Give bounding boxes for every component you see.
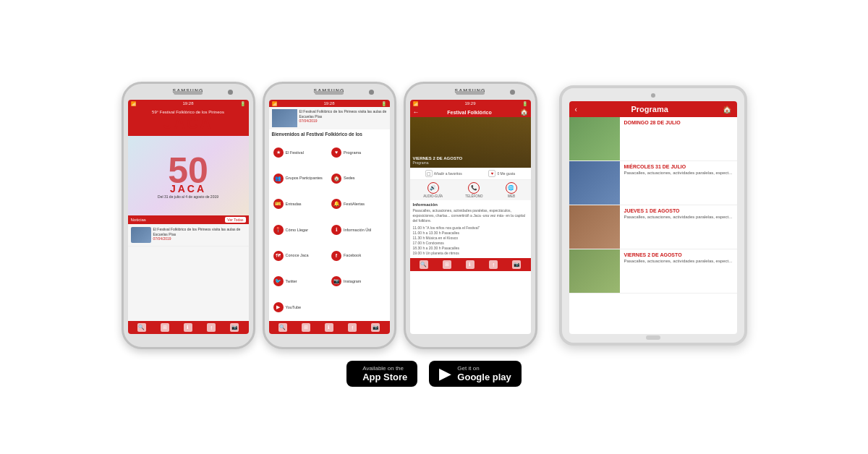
phone3-contact-bar: 🔊 AUDIO-GUÍA 📞 TELÉFONO 🌐 WEB [410,180,531,200]
phone-btn[interactable]: 📞 TELÉFONO [465,182,482,198]
nav2-instagram-icon[interactable]: 📷 [371,323,380,332]
nav2-home-icon[interactable]: ⊞ [302,323,310,332]
menu-twitter[interactable]: 🐦 Twitter [272,270,329,294]
tablet-event-info-3: JUEVES 1 DE AGOSTO Pasacalles, actuacion… [624,205,737,249]
menu-grupos[interactable]: 👥 Grupos Participantes [272,166,329,191]
menu-como-llegar[interactable]: 📍 Cómo Llegar [272,218,329,242]
phone-2: SAMSUNG 📶 19:28 🔋 El Festival Folklórico… [263,82,396,349]
phone1-news-thumb [131,227,151,243]
back-icon[interactable]: ← [413,108,420,116]
tablet-camera [651,93,655,98]
phone-3: SAMSUNG 📶 19:29 🔋 ← Festival Folklórico … [404,82,537,349]
menu-programa[interactable]: ♥ Programa [330,140,387,165]
nav-home-icon[interactable]: ⊞ [161,323,169,332]
menu-conoce-jaca[interactable]: 🗺 Conoce Jaca [272,244,329,268]
tablet-home-btn[interactable] [646,335,660,340]
tablet-home-icon[interactable]: 🏠 [723,106,731,113]
phone2-bottom-nav: 🔍 ⊞ ℹ f 📷 [269,321,390,334]
web-btn[interactable]: 🌐 WEB [506,182,517,198]
tablet-title: Programa [577,105,723,113]
phone2-screen: 📶 19:28 🔋 El Festival Folklórico de los … [269,100,390,334]
tablet-event-1[interactable]: DOMINGO 28 DE JULIO [569,117,737,161]
tablet-event-4[interactable]: VIERNES 2 DE AGOSTO Pasacalles, actuacio… [569,249,737,294]
nav2-facebook-icon[interactable]: f [348,323,357,332]
tablet-event-date-4: VIERNES 2 DE AGOSTO [624,252,734,257]
nav2-info-icon[interactable]: ℹ [325,323,333,332]
jaca-subtitle: Del 31 de julio al 4 de agosto de 2019 [158,194,218,199]
menu-entradas-icon: 🎫 [273,199,284,209]
phone2-status-bar: 📶 19:28 🔋 [269,100,390,107]
menu-como-llegar-icon: 📍 [273,225,284,235]
nav-search-icon[interactable]: 🔍 [137,323,146,332]
phone3-event-image: VIERNES 2 DE AGOSTO Programa [410,117,531,168]
tablet-event-2[interactable]: MIÉRCOLES 31 DE JULIO Pasacalles, actuac… [569,161,737,205]
audio-icon: 🔊 [427,182,439,194]
phone3-camera [510,90,515,95]
nav3-facebook-icon[interactable]: f [489,260,498,269]
menu-sedes[interactable]: 🏠 Sedes [330,166,387,191]
apple-store-line1: Available on the [362,365,407,372]
add-favorites-btn[interactable]: ☐ Añadir a favoritos [425,170,462,177]
apple-store-btn[interactable]: Available on the App Store [346,361,417,387]
phone2-header: El Festival Folklórico de los Pirineos v… [269,107,390,129]
tablet-event-img-3 [569,205,620,249]
like-btn[interactable]: ♥ 0 Me gusta [488,170,515,177]
tablet-event-desc-4: Pasacalles, actuaciones, actividades par… [624,259,734,265]
phone1-header: 59° Festival Folklórico de los Pirineos … [128,107,249,136]
phone3-status-bar: 📶 19:29 🔋 [410,100,531,107]
menu-festialertas[interactable]: 🔔 FestiAlertas [330,192,387,216]
menu-el-festival[interactable]: ★ El Festival [272,140,329,165]
phone2-news-text: El Festival Folklórico de los Pirineos v… [299,109,387,119]
nav3-search-icon[interactable]: 🔍 [420,260,428,269]
menu-youtube[interactable]: ▶ YouTube [272,295,329,320]
phone1-screen: 📶 19:28 🔋 59° Festival Folklórico de los… [128,100,249,334]
phone3-speaker [456,91,485,95]
menu-entradas[interactable]: 🎫 Entradas [272,192,329,216]
google-play-line2: Google play [457,372,511,382]
event-type-overlay: Programa [413,160,528,165]
news-bar: Noticias Ver Todas [128,215,249,224]
news-btn[interactable]: Ver Todas [225,217,245,223]
phone3-info-section: Información Pasacalles, actuaciones, act… [410,200,531,258]
nav-facebook-icon[interactable]: f [207,323,216,332]
phone3-screen: 📶 19:29 🔋 ← Festival Folklórico 🏠 VIERNE… [410,100,531,334]
heart-icon: ♥ [488,170,495,177]
phone-1: SAMSUNG 📶 19:28 🔋 59° Festival Folklóric… [122,82,255,349]
nav3-home-icon[interactable]: ⊞ [443,260,451,269]
jaca-label: JACA [170,183,206,194]
google-play-btn[interactable]: ▶ Get it on Google play [429,361,521,387]
google-play-line1: Get it on [457,365,511,372]
phone2-menu-grid: ★ El Festival ♥ Programa 👥 Grupos Partic… [269,139,390,321]
phone1-news-text: El Festival Folklórico de los Pirineos v… [153,227,246,236]
tablet-event-info-1: DOMINGO 28 DE JULIO [624,117,737,160]
nav-info-icon[interactable]: ℹ [184,323,192,332]
info-text: Pasacalles, actuaciones, actividades par… [413,208,528,223]
tablet-event-img-1 [569,117,620,160]
audio-guide-btn[interactable]: 🔊 AUDIO-GUÍA [423,182,443,198]
menu-festival-icon: ★ [273,147,284,158]
phone1-camera [228,90,233,95]
menu-facebook[interactable]: f Facebook [330,244,387,268]
nav3-instagram-icon[interactable]: 📷 [512,260,521,269]
menu-tw-icon: 🐦 [273,276,284,286]
phone2-speaker [315,91,344,95]
tablet-screen: ‹ Programa 🏠 DOMINGO 28 DE JULIO [569,101,737,334]
menu-sedes-icon: 🏠 [331,174,341,184]
menu-programa-icon: ♥ [331,147,341,158]
nav2-search-icon[interactable]: 🔍 [278,323,287,332]
tablet-content: DOMINGO 28 DE JULIO MIÉRCOLES 31 DE JULI… [569,117,737,334]
menu-instagram[interactable]: 📷 Instagram [330,270,387,294]
phone1-bottom-nav: 🔍 ⊞ ℹ f 📷 [128,321,249,334]
info-title: Información [413,202,528,207]
nav3-info-icon[interactable]: ℹ [466,260,475,269]
tablet-event-date-2: MIÉRCOLES 31 DE JULIO [624,164,734,169]
menu-grupos-icon: 👥 [273,174,284,184]
nav-instagram-icon[interactable]: 📷 [230,323,239,332]
menu-info-util[interactable]: ℹ Información Útil [330,218,387,242]
phone-icon: 📞 [468,182,480,194]
phone1-news-date: 07/04/2019 [153,236,246,241]
phone2-camera [369,90,374,95]
home-icon-phone3[interactable]: 🏠 [520,108,528,116]
tablet-event-3[interactable]: JUEVES 1 DE AGOSTO Pasacalles, actuacion… [569,205,737,249]
welcome-text: Bienvenidos al Festival Folklórico de lo… [269,129,390,139]
